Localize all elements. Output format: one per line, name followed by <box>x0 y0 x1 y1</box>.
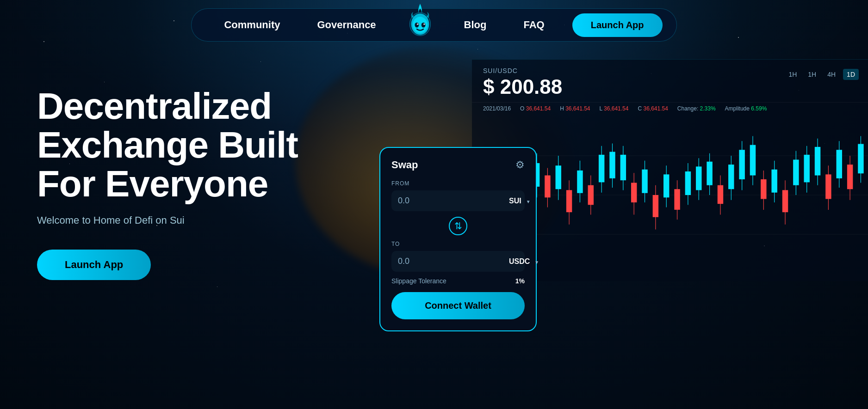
svg-rect-35 <box>782 190 788 212</box>
swap-header: Swap ⚙ <box>391 159 525 171</box>
chart-open: O 36,641.54 <box>520 105 551 112</box>
svg-rect-51 <box>609 152 615 178</box>
svg-rect-53 <box>620 155 626 180</box>
slippage-row: Slippage Tolerance 1% <box>391 277 525 285</box>
from-token-label: SUI <box>509 197 521 205</box>
launch-app-button-nav[interactable]: Launch App <box>572 13 663 37</box>
launch-app-button-hero[interactable]: Launch App <box>37 250 151 280</box>
nav-bar: Community Governance <box>191 8 676 42</box>
svg-rect-29 <box>674 189 680 210</box>
svg-rect-49 <box>599 155 604 183</box>
time-btn-4h[interactable]: 4H <box>824 69 839 80</box>
chart-close: C 36,641.54 <box>638 105 668 112</box>
to-token-selector[interactable]: USDC <box>509 257 539 266</box>
svg-rect-47 <box>577 171 583 193</box>
from-input-row: SUI <box>391 190 525 211</box>
hero-subtitle: Welcome to Home of Defi on Sui <box>37 214 352 226</box>
svg-rect-37 <box>825 174 831 199</box>
nav-blog[interactable]: Blog <box>446 19 505 31</box>
svg-rect-71 <box>771 170 777 193</box>
to-label: TO <box>391 241 525 247</box>
svg-point-5 <box>423 24 425 25</box>
connect-wallet-button[interactable]: Connect Wallet <box>391 292 525 319</box>
nav-logo <box>395 6 446 43</box>
chart-high: H 36,641.54 <box>560 105 590 112</box>
from-amount-input[interactable] <box>398 196 505 206</box>
svg-rect-61 <box>696 166 701 190</box>
hero-title: Decentralized Exchange Built For Everyon… <box>37 87 352 203</box>
to-token-label: USDC <box>509 257 530 266</box>
svg-rect-55 <box>642 170 647 193</box>
svg-rect-31 <box>718 185 723 204</box>
nav-community[interactable]: Community <box>205 19 298 31</box>
flame-icon <box>404 0 436 37</box>
swap-widget: Swap ⚙ FROM SUI ⇅ TO USDC <box>379 147 537 331</box>
svg-point-4 <box>416 24 418 25</box>
time-btn-1d[interactable]: 1D <box>843 69 859 80</box>
svg-point-2 <box>415 23 419 28</box>
from-label: FROM <box>391 180 525 187</box>
time-btn-1h-first[interactable]: 1H <box>785 69 800 80</box>
chart-header: SUI/USDC $ 200.88 <box>472 60 868 102</box>
svg-rect-27 <box>653 195 658 217</box>
svg-rect-33 <box>761 179 766 199</box>
hero-right: SUI/USDC $ 200.88 1H 1H 4H 1D 2021/03/16… <box>379 59 831 409</box>
svg-rect-79 <box>837 150 842 178</box>
hero-left: Decentralized Exchange Built For Everyon… <box>37 59 352 280</box>
svg-rect-65 <box>728 165 734 189</box>
hero-section: Decentralized Exchange Built For Everyon… <box>0 50 868 409</box>
svg-rect-23 <box>588 185 594 205</box>
chart-amplitude: Amplitude 6.59% <box>725 105 767 112</box>
svg-rect-25 <box>631 183 637 202</box>
svg-rect-67 <box>739 150 744 179</box>
svg-rect-73 <box>793 160 799 185</box>
svg-rect-59 <box>685 171 691 195</box>
svg-rect-21 <box>566 190 572 212</box>
svg-rect-81 <box>858 144 863 174</box>
nav-faq[interactable]: FAQ <box>505 19 563 31</box>
svg-rect-45 <box>556 165 561 189</box>
time-btn-1h[interactable]: 1H <box>804 69 820 80</box>
from-token-selector[interactable]: SUI <box>509 197 531 205</box>
slippage-label: Slippage Tolerance <box>391 277 446 285</box>
to-token-arrow <box>533 258 539 265</box>
svg-rect-39 <box>847 165 853 189</box>
svg-rect-19 <box>545 176 550 198</box>
chart-change: Change: 2.33% <box>677 105 716 112</box>
svg-rect-77 <box>815 147 820 176</box>
to-amount-input[interactable] <box>398 256 505 266</box>
to-input-row: USDC <box>391 251 525 272</box>
svg-rect-69 <box>750 145 756 176</box>
svg-point-3 <box>421 23 425 28</box>
settings-icon[interactable]: ⚙ <box>515 159 525 171</box>
svg-rect-63 <box>707 162 712 185</box>
nav-governance[interactable]: Governance <box>298 19 394 31</box>
svg-rect-57 <box>663 174 669 197</box>
chart-time-buttons: 1H 1H 4H 1D <box>785 69 859 80</box>
slippage-value: 1% <box>515 277 525 285</box>
chart-date: 2021/03/16 <box>483 105 511 112</box>
from-token-arrow <box>524 197 531 205</box>
chart-stats: 2021/03/16 O 36,641.54 H 36,641.54 L 36,… <box>472 102 868 115</box>
svg-rect-75 <box>804 155 809 183</box>
swap-title: Swap <box>391 159 418 171</box>
navigation: Community Governance <box>0 0 868 50</box>
chart-low: L 36,641.54 <box>600 105 629 112</box>
swap-direction-button[interactable]: ⇅ <box>449 217 467 235</box>
